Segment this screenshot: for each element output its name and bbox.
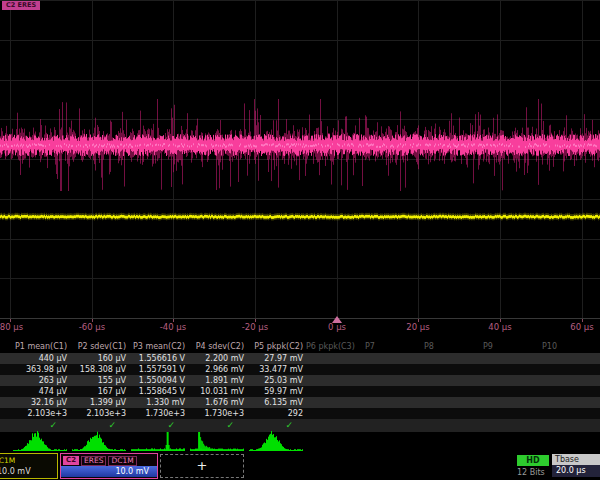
measurement-header[interactable]: P4 sdev(C2) [188,340,244,353]
measurement-value: 10.031 mV [188,386,244,397]
measurement-value: 1.330 mV [129,397,185,408]
channel-c2-descriptor[interactable]: C2 ERES DC1M 10.0 mV [60,453,158,479]
c2-coupling-label: DC1M [108,456,136,466]
measurement-value: 1.676 mV [188,397,244,408]
c1-coupling-label: DC1M [0,456,15,465]
measurement-value: 440 µV [11,353,67,364]
histicon-bell[interactable] [72,431,126,451]
time-axis-label: -80 µs [0,322,23,332]
measurement-header[interactable]: P6 pkpk(C3) [306,340,355,353]
time-axis-label: 60 µs [570,322,593,332]
histicon-bell[interactable] [13,431,67,451]
measurement-stat-row: 440 µV160 µV1.556616 V2.200 mV27.97 mV [0,353,600,364]
measurement-value: 27.97 mV [247,353,303,364]
time-axis-label: 40 µs [488,322,511,332]
hd-mode-badge[interactable]: HD [517,455,549,466]
c2-eres-tag: ERES [81,456,106,466]
measurement-value: 33.477 mV [247,364,303,375]
measurement-value: 6.135 mV [247,397,303,408]
measurement-value: 1.730e+3 [129,408,185,419]
measurement-header[interactable]: P5 pkpk(C2) [247,340,303,353]
time-axis-label: -60 µs [79,322,105,332]
measurement-header[interactable]: P10 [542,340,557,353]
trace-descriptor-badge[interactable]: C2 ERES [2,1,40,10]
channel-c1-descriptor[interactable]: C1 DC1M 10.0 mV [0,453,58,479]
timebase-axis: -80 µs-60 µs-40 µs-20 µs0 µs20 µs40 µs60… [0,319,600,335]
measurement-stat-row: 32.16 µV1.399 µV1.330 mV1.676 mV6.135 mV [0,397,600,408]
c2-volts-per-div: 10.0 mV [61,466,157,477]
measurement-value: 1.891 mV [188,375,244,386]
measurement-value: 474 µV [11,386,67,397]
measurement-value: 1.550094 V [129,375,185,386]
measurement-value: 158.308 µV [70,364,126,375]
oscilloscope-screen: C2 ERES -80 µs-60 µs-40 µs-20 µs0 µs20 µ… [0,0,600,480]
histicon-row [0,431,600,452]
measurement-value: 2.103e+3 [70,408,126,419]
time-axis-label: -40 µs [160,322,186,332]
time-axis-label: 0 µs [328,322,346,332]
c2-label-tag: C2 [63,456,79,465]
time-axis-label: 20 µs [406,322,429,332]
histicon-bell[interactable] [249,431,303,451]
measurement-table: P1 mean(C1)P2 sdev(C1)P3 mean(C2)P4 sdev… [0,340,600,432]
measurement-value: 2.200 mV [188,353,244,364]
time-axis-label: -20 µs [242,322,268,332]
measurement-stat-row: 474 µV167 µV1.558645 V10.031 mV59.97 mV [0,386,600,397]
measurement-value: 59.97 mV [247,386,303,397]
measurement-value: 167 µV [70,386,126,397]
measurement-stat-row: 2.103e+32.103e+31.730e+31.730e+3292 [0,408,600,419]
measurement-value: 32.16 µV [11,397,67,408]
measurement-value: 292 [247,408,303,419]
tbase-title: Tbase [552,454,600,465]
histicon-spike-right[interactable] [131,431,185,451]
measurement-value: 2.103e+3 [11,408,67,419]
measurement-value: 1.730e+3 [188,408,244,419]
measurement-header[interactable]: P7 [365,340,375,353]
measurement-value: 363.98 µV [11,364,67,375]
timebase-descriptor[interactable]: Tbase 20.0 µs [552,454,600,478]
measurement-value: 1.557591 V [129,364,185,375]
tbase-value: 20.0 µs [552,465,600,477]
measurement-value: 263 µV [11,375,67,386]
histicon-spike-left[interactable] [190,431,244,451]
measurement-value: 155 µV [70,375,126,386]
channel-bar: C1 DC1M 10.0 mV C2 ERES DC1M 10.0 mV + H… [0,453,600,480]
measurement-value: 1.556616 V [129,353,185,364]
c1-volts-per-div: 10.0 mV [0,466,57,477]
measurement-header[interactable]: P2 sdev(C1) [70,340,126,353]
measurement-value: 160 µV [70,353,126,364]
trigger-position-marker[interactable] [332,316,342,323]
measurement-header[interactable]: P3 mean(C2) [129,340,185,353]
measurement-header-row: P1 mean(C1)P2 sdev(C1)P3 mean(C2)P4 sdev… [0,340,600,353]
measurement-header[interactable]: P9 [483,340,493,353]
measurement-value: 1.399 µV [70,397,126,408]
measurement-header[interactable]: P8 [424,340,434,353]
add-trace-button[interactable]: + [160,454,244,478]
waveform-display-grid[interactable] [0,0,600,319]
measurement-value: 1.558645 V [129,386,185,397]
measurement-value: 25.03 mV [247,375,303,386]
measurement-value: 2.966 mV [188,364,244,375]
measurement-stat-row: 263 µV155 µV1.550094 V1.891 mV25.03 mV [0,375,600,386]
measurement-header[interactable]: P1 mean(C1) [11,340,67,353]
bit-resolution-label: 12 Bits [517,468,545,477]
measurement-stat-row: 363.98 µV158.308 µV1.557591 V2.966 mV33.… [0,364,600,375]
